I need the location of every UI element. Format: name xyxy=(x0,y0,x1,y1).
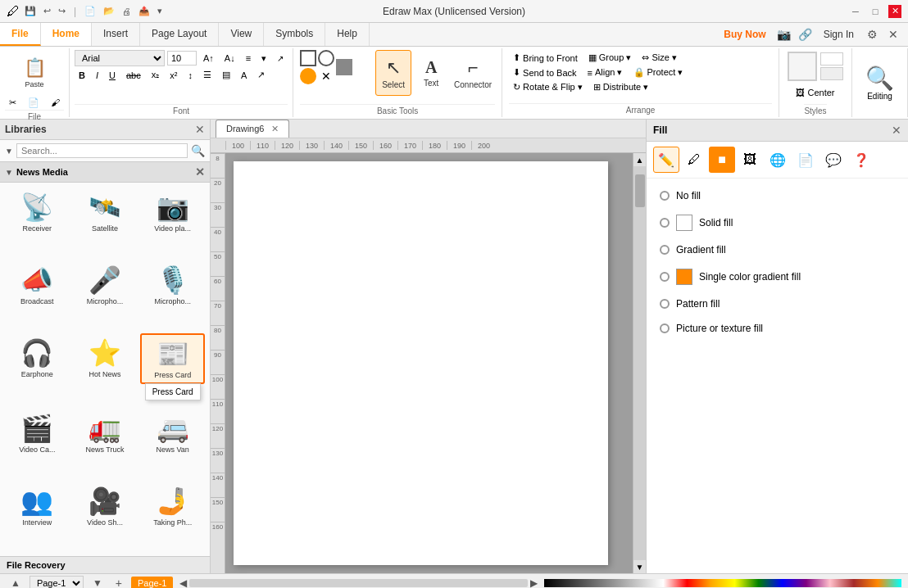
fill-option-gradient-fill[interactable]: Gradient fill xyxy=(656,239,898,260)
library-search-icon[interactable]: 🔍 xyxy=(191,144,205,157)
library-expand-button[interactable]: ▼ xyxy=(5,147,13,156)
open-button[interactable]: 📂 xyxy=(101,4,117,18)
settings-icon[interactable]: ⚙ xyxy=(864,26,880,43)
line-tool[interactable] xyxy=(336,59,352,75)
scroll-up-button[interactable]: ▲ xyxy=(633,153,646,166)
fill-globe-icon[interactable]: 🌐 xyxy=(765,147,791,173)
italic-button[interactable]: I xyxy=(92,69,102,82)
linespacing-button[interactable]: ↕ xyxy=(184,69,197,82)
tab-page-layout[interactable]: Page Layout xyxy=(140,23,219,46)
close-button[interactable]: ✕ xyxy=(888,5,901,18)
select-button[interactable]: ↖ Select xyxy=(375,50,411,96)
library-search-input[interactable] xyxy=(16,143,188,158)
page-select-dropdown[interactable]: Page-1 xyxy=(30,576,84,589)
category-expand-icon[interactable]: ▼ xyxy=(5,168,13,177)
library-item-micropho---[interactable]: 🎤Micropho... xyxy=(73,260,138,310)
editing-button[interactable]: 🔍 Editing xyxy=(859,61,901,104)
page-nav-down-button[interactable]: ▼ xyxy=(89,577,107,589)
library-item-video-pla---[interactable]: 📷Video pla... xyxy=(140,188,205,237)
fill-image-icon[interactable]: 🖼 xyxy=(737,147,763,173)
camera-icon[interactable]: 📷 xyxy=(776,26,792,43)
current-page-tab[interactable]: Page-1 xyxy=(131,577,173,589)
clipboard-btn[interactable]: 📋 Paste xyxy=(20,50,50,96)
tab-help[interactable]: Help xyxy=(325,23,370,46)
rotate-flip-button[interactable]: ↻ Rotate & Flip ▾ xyxy=(509,80,587,94)
text-button[interactable]: A Text xyxy=(413,50,449,96)
undo-button[interactable]: ↩ xyxy=(41,4,53,18)
sign-in-button[interactable]: Sign In xyxy=(819,26,859,43)
bold-button[interactable]: B xyxy=(75,69,89,82)
format-painter-button[interactable]: 🖌 xyxy=(47,96,64,110)
list-button[interactable]: ☰ xyxy=(199,68,216,82)
fill-circle-tool[interactable] xyxy=(300,68,316,84)
fill-pen-icon[interactable]: 🖊 xyxy=(681,147,707,173)
font-size-increase-button[interactable]: A↑ xyxy=(199,52,218,65)
more-button[interactable]: ▾ xyxy=(155,4,165,18)
align-button[interactable]: ≡ Align ▾ xyxy=(583,66,627,79)
tab-home[interactable]: Home xyxy=(41,23,92,46)
connector-button[interactable]: ⌐ Connector xyxy=(451,50,495,96)
tab-insert[interactable]: Insert xyxy=(92,23,140,46)
text-color-dropdown[interactable]: ▾ xyxy=(257,52,270,66)
font-size-input[interactable] xyxy=(167,51,197,66)
font-color-button[interactable]: A xyxy=(237,69,251,82)
scroll-left-button[interactable]: ◀ xyxy=(179,577,187,589)
help-icon[interactable]: ✕ xyxy=(885,26,901,43)
page-nav-up-button[interactable]: ▲ xyxy=(7,577,25,589)
arc-tool[interactable] xyxy=(354,59,370,75)
save-button[interactable]: 💾 xyxy=(22,4,39,18)
underline-button[interactable]: U xyxy=(105,69,120,82)
fill-paint-icon[interactable]: ✏️ xyxy=(653,147,679,173)
expand-font-button[interactable]: ↗ xyxy=(253,68,269,82)
minimize-button[interactable]: ─ xyxy=(849,5,862,18)
file-recovery-footer[interactable]: File Recovery xyxy=(0,556,210,573)
add-page-button[interactable]: + xyxy=(111,576,126,589)
drawing6-close-icon[interactable]: ✕ xyxy=(271,124,279,133)
buy-now-button[interactable]: Buy Now xyxy=(719,26,770,43)
maximize-button[interactable]: □ xyxy=(869,5,882,18)
export-button[interactable]: 📤 xyxy=(136,4,152,18)
canvas-main[interactable] xyxy=(225,153,633,573)
scroll-down-button[interactable]: ▼ xyxy=(633,560,646,573)
fill-chat-icon[interactable]: 💬 xyxy=(820,147,847,173)
rect-tool[interactable] xyxy=(300,50,316,66)
redo-button[interactable]: ↪ xyxy=(56,4,68,18)
protect-button[interactable]: 🔒 Protect ▾ xyxy=(629,66,688,79)
font-family-select[interactable]: Arial xyxy=(75,50,165,66)
size-button[interactable]: ⇔ Size ▾ xyxy=(638,51,680,65)
tab-file[interactable]: File xyxy=(0,23,41,46)
new-button[interactable]: 📄 xyxy=(82,4,98,18)
library-item-broadcast[interactable]: 📣Broadcast xyxy=(5,260,70,310)
scroll-thumb-v[interactable] xyxy=(635,174,645,207)
libraries-close-button[interactable]: ✕ xyxy=(195,123,205,136)
center-button[interactable]: 🖼 Center xyxy=(792,86,838,99)
fill-doc-icon[interactable]: 📄 xyxy=(792,147,819,173)
tab-view[interactable]: View xyxy=(219,23,264,46)
category-close-button[interactable]: ✕ xyxy=(195,165,205,179)
strikethrough-button[interactable]: abc xyxy=(122,69,145,82)
copy-button[interactable]: 📄 xyxy=(24,96,43,110)
library-item-hot-news[interactable]: ⭐Hot News xyxy=(73,333,138,382)
library-item-taking-ph---[interactable]: 🤳Taking Ph... xyxy=(140,482,205,531)
drawing6-tab[interactable]: Drawing6 ✕ xyxy=(216,120,289,138)
library-item-news-truck[interactable]: 🚛News Truck xyxy=(73,409,138,458)
font-expand-button[interactable]: ↗ xyxy=(273,52,288,65)
style-swatch-2[interactable] xyxy=(820,52,843,66)
fill-option-no-fill[interactable]: No fill xyxy=(656,185,898,206)
group-button[interactable]: ▦ Group ▾ xyxy=(584,51,636,65)
fill-close-button[interactable]: ✕ xyxy=(892,124,901,137)
fill-option-pattern-fill[interactable]: Pattern fill xyxy=(656,293,898,314)
style-swatch-3[interactable] xyxy=(820,67,843,80)
ellipse-tool[interactable] xyxy=(318,50,334,66)
horizontal-scrollbar[interactable] xyxy=(189,579,527,587)
bring-to-front-button[interactable]: ⬆ Bring to Front xyxy=(509,51,582,65)
distribute-button[interactable]: ⊞ Distribute ▾ xyxy=(589,80,653,94)
share-icon[interactable]: 🔗 xyxy=(797,26,814,43)
library-item-interview[interactable]: 👥Interview xyxy=(5,482,70,531)
library-item-video-sh---[interactable]: 🎥Video Sh... xyxy=(73,482,138,531)
font-size-decrease-button[interactable]: A↓ xyxy=(220,52,239,65)
shading-button[interactable]: ▤ xyxy=(218,68,234,82)
library-item-satellite[interactable]: 🛰️Satellite xyxy=(73,188,138,237)
fill-question-icon[interactable]: ❓ xyxy=(848,147,874,173)
library-item-news-van[interactable]: 🚐News Van xyxy=(140,409,205,458)
